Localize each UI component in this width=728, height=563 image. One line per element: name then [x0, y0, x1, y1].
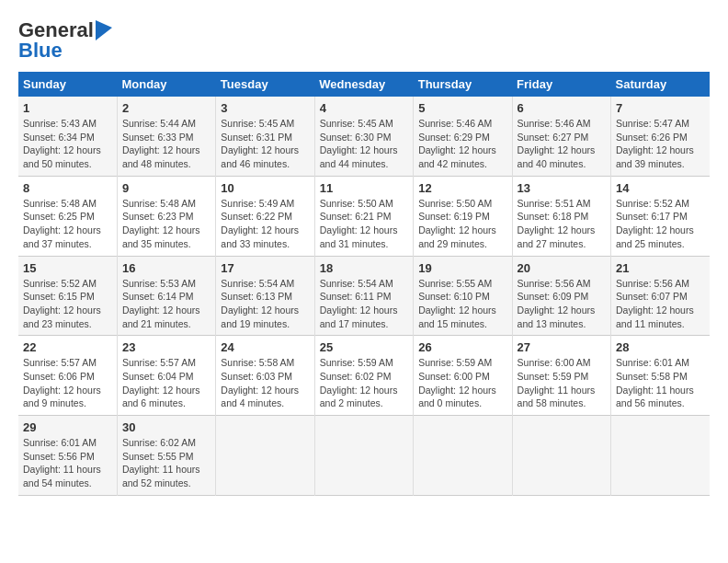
weekday-header-wednesday: Wednesday	[314, 72, 413, 97]
calendar-cell: 25 Sunrise: 5:59 AM Sunset: 6:02 PM Dayl…	[314, 336, 413, 416]
day-number: 26	[418, 340, 506, 354]
calendar-cell: 23 Sunrise: 5:57 AM Sunset: 6:04 PM Dayl…	[117, 336, 215, 416]
day-detail: Sunrise: 5:50 AM Sunset: 6:19 PM Dayligh…	[418, 197, 506, 251]
calendar-cell: 24 Sunrise: 5:58 AM Sunset: 6:03 PM Dayl…	[216, 336, 314, 416]
day-detail: Sunrise: 5:47 AM Sunset: 6:26 PM Dayligh…	[616, 117, 705, 171]
day-number: 10	[221, 181, 309, 195]
calendar-cell	[216, 416, 314, 496]
day-detail: Sunrise: 5:57 AM Sunset: 6:06 PM Dayligh…	[23, 356, 112, 410]
day-number: 25	[320, 340, 408, 354]
day-detail: Sunrise: 5:57 AM Sunset: 6:04 PM Dayligh…	[122, 356, 210, 410]
svg-marker-0	[96, 20, 112, 40]
calendar-cell: 4 Sunrise: 5:45 AM Sunset: 6:30 PM Dayli…	[314, 97, 413, 176]
weekday-header-tuesday: Tuesday	[216, 72, 314, 97]
day-detail: Sunrise: 5:52 AM Sunset: 6:17 PM Dayligh…	[616, 197, 705, 251]
day-number: 17	[221, 261, 309, 275]
day-number: 20	[518, 261, 606, 275]
day-number: 28	[616, 340, 705, 354]
calendar-cell: 20 Sunrise: 5:56 AM Sunset: 6:09 PM Dayl…	[512, 256, 610, 336]
calendar-cell: 2 Sunrise: 5:44 AM Sunset: 6:33 PM Dayli…	[117, 97, 215, 176]
calendar-cell: 17 Sunrise: 5:54 AM Sunset: 6:13 PM Dayl…	[216, 256, 314, 336]
calendar-cell	[611, 416, 710, 496]
day-detail: Sunrise: 5:56 AM Sunset: 6:09 PM Dayligh…	[518, 277, 606, 331]
calendar-cell: 13 Sunrise: 5:51 AM Sunset: 6:18 PM Dayl…	[512, 176, 610, 256]
day-number: 27	[518, 340, 606, 354]
calendar-cell: 3 Sunrise: 5:45 AM Sunset: 6:31 PM Dayli…	[216, 97, 314, 176]
calendar-cell: 18 Sunrise: 5:54 AM Sunset: 6:11 PM Dayl…	[314, 256, 413, 336]
day-detail: Sunrise: 5:59 AM Sunset: 6:00 PM Dayligh…	[418, 356, 506, 410]
day-number: 11	[320, 181, 408, 195]
day-detail: Sunrise: 5:59 AM Sunset: 6:02 PM Dayligh…	[320, 356, 408, 410]
calendar-week-row: 15 Sunrise: 5:52 AM Sunset: 6:15 PM Dayl…	[18, 256, 710, 336]
day-detail: Sunrise: 5:55 AM Sunset: 6:10 PM Dayligh…	[418, 277, 506, 331]
calendar-cell: 27 Sunrise: 6:00 AM Sunset: 5:59 PM Dayl…	[512, 336, 610, 416]
day-detail: Sunrise: 5:52 AM Sunset: 6:15 PM Dayligh…	[23, 277, 112, 331]
weekday-header-sunday: Sunday	[18, 72, 117, 97]
day-detail: Sunrise: 5:54 AM Sunset: 6:13 PM Dayligh…	[221, 277, 309, 331]
calendar-week-row: 1 Sunrise: 5:43 AM Sunset: 6:34 PM Dayli…	[18, 97, 710, 176]
day-number: 3	[221, 101, 309, 115]
calendar-cell: 21 Sunrise: 5:56 AM Sunset: 6:07 PM Dayl…	[611, 256, 710, 336]
day-detail: Sunrise: 5:46 AM Sunset: 6:27 PM Dayligh…	[518, 117, 606, 171]
day-number: 12	[418, 181, 506, 195]
day-detail: Sunrise: 5:48 AM Sunset: 6:25 PM Dayligh…	[23, 197, 112, 251]
calendar-cell: 19 Sunrise: 5:55 AM Sunset: 6:10 PM Dayl…	[414, 256, 512, 336]
day-number: 15	[23, 261, 112, 275]
day-number: 23	[122, 340, 210, 354]
day-number: 13	[518, 181, 606, 195]
calendar-cell: 9 Sunrise: 5:48 AM Sunset: 6:23 PM Dayli…	[117, 176, 215, 256]
weekday-header-thursday: Thursday	[414, 72, 512, 97]
day-number: 2	[122, 101, 210, 115]
weekday-header-monday: Monday	[117, 72, 215, 97]
day-detail: Sunrise: 5:53 AM Sunset: 6:14 PM Dayligh…	[122, 277, 210, 331]
weekday-header-row: SundayMondayTuesdayWednesdayThursdayFrid…	[18, 72, 710, 97]
day-detail: Sunrise: 5:56 AM Sunset: 6:07 PM Dayligh…	[616, 277, 705, 331]
day-number: 29	[23, 420, 112, 434]
calendar-cell: 7 Sunrise: 5:47 AM Sunset: 6:26 PM Dayli…	[611, 97, 710, 176]
header: General Blue	[18, 18, 710, 63]
weekday-header-friday: Friday	[512, 72, 610, 97]
day-detail: Sunrise: 5:49 AM Sunset: 6:22 PM Dayligh…	[221, 197, 309, 251]
day-detail: Sunrise: 5:51 AM Sunset: 6:18 PM Dayligh…	[518, 197, 606, 251]
day-number: 9	[122, 181, 210, 195]
day-detail: Sunrise: 6:01 AM Sunset: 5:56 PM Dayligh…	[23, 436, 112, 490]
day-number: 22	[23, 340, 112, 354]
calendar-week-row: 8 Sunrise: 5:48 AM Sunset: 6:25 PM Dayli…	[18, 176, 710, 256]
calendar-cell: 16 Sunrise: 5:53 AM Sunset: 6:14 PM Dayl…	[117, 256, 215, 336]
calendar-cell: 28 Sunrise: 6:01 AM Sunset: 5:58 PM Dayl…	[611, 336, 710, 416]
day-detail: Sunrise: 6:01 AM Sunset: 5:58 PM Dayligh…	[616, 356, 705, 410]
day-detail: Sunrise: 5:44 AM Sunset: 6:33 PM Dayligh…	[122, 117, 210, 171]
day-number: 1	[23, 101, 112, 115]
day-number: 14	[616, 181, 705, 195]
calendar-cell: 29 Sunrise: 6:01 AM Sunset: 5:56 PM Dayl…	[18, 416, 117, 496]
calendar-cell: 8 Sunrise: 5:48 AM Sunset: 6:25 PM Dayli…	[18, 176, 117, 256]
weekday-header-saturday: Saturday	[611, 72, 710, 97]
calendar-cell: 14 Sunrise: 5:52 AM Sunset: 6:17 PM Dayl…	[611, 176, 710, 256]
day-number: 18	[320, 261, 408, 275]
calendar-cell: 26 Sunrise: 5:59 AM Sunset: 6:00 PM Dayl…	[414, 336, 512, 416]
day-number: 8	[23, 181, 112, 195]
calendar-cell	[512, 416, 610, 496]
day-number: 16	[122, 261, 210, 275]
calendar-cell: 1 Sunrise: 5:43 AM Sunset: 6:34 PM Dayli…	[18, 97, 117, 176]
day-detail: Sunrise: 5:45 AM Sunset: 6:31 PM Dayligh…	[221, 117, 309, 171]
day-number: 7	[616, 101, 705, 115]
calendar-cell: 15 Sunrise: 5:52 AM Sunset: 6:15 PM Dayl…	[18, 256, 117, 336]
day-detail: Sunrise: 6:00 AM Sunset: 5:59 PM Dayligh…	[518, 356, 606, 410]
calendar-cell: 30 Sunrise: 6:02 AM Sunset: 5:55 PM Dayl…	[117, 416, 215, 496]
logo-icon	[96, 20, 112, 40]
day-number: 30	[122, 420, 210, 434]
calendar-cell: 12 Sunrise: 5:50 AM Sunset: 6:19 PM Dayl…	[414, 176, 512, 256]
day-detail: Sunrise: 5:48 AM Sunset: 6:23 PM Dayligh…	[122, 197, 210, 251]
day-detail: Sunrise: 5:58 AM Sunset: 6:03 PM Dayligh…	[221, 356, 309, 410]
calendar-week-row: 22 Sunrise: 5:57 AM Sunset: 6:06 PM Dayl…	[18, 336, 710, 416]
day-detail: Sunrise: 5:50 AM Sunset: 6:21 PM Dayligh…	[320, 197, 408, 251]
calendar-cell: 6 Sunrise: 5:46 AM Sunset: 6:27 PM Dayli…	[512, 97, 610, 176]
logo: General Blue	[18, 18, 114, 63]
calendar-week-row: 29 Sunrise: 6:01 AM Sunset: 5:56 PM Dayl…	[18, 416, 710, 496]
calendar-cell: 10 Sunrise: 5:49 AM Sunset: 6:22 PM Dayl…	[216, 176, 314, 256]
day-detail: Sunrise: 5:46 AM Sunset: 6:29 PM Dayligh…	[418, 117, 506, 171]
day-number: 4	[320, 101, 408, 115]
day-number: 6	[518, 101, 606, 115]
calendar-cell: 11 Sunrise: 5:50 AM Sunset: 6:21 PM Dayl…	[314, 176, 413, 256]
